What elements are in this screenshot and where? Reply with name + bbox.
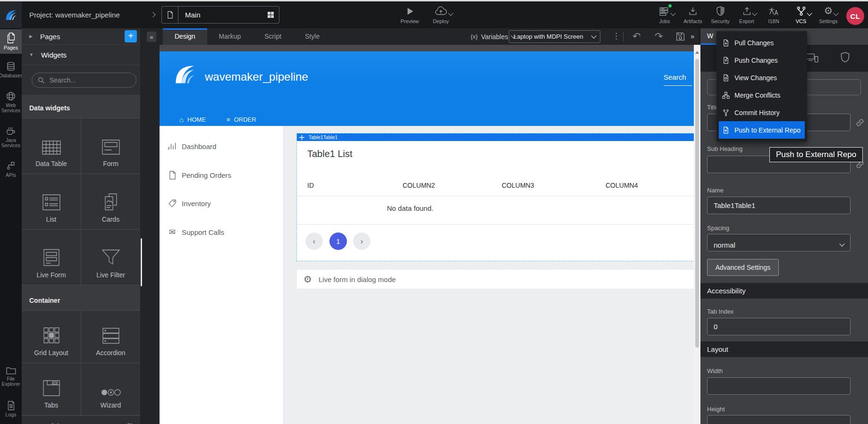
deploy-button[interactable]: Deploy xyxy=(427,6,455,27)
pages-section-header[interactable]: ▶ Pages + xyxy=(22,28,140,45)
widget-tile-form[interactable]: Form xyxy=(81,118,140,174)
wavemaker-logo[interactable] xyxy=(0,1,22,28)
widget-tile-live-form[interactable]: Live Form xyxy=(22,230,81,285)
rail-item-pages[interactable]: Pages xyxy=(0,29,22,54)
accessibility-section-header[interactable]: Accessibility xyxy=(700,283,868,299)
menu-item-push-changes[interactable]: Push Changes xyxy=(716,51,807,69)
menu-item-pull-changes[interactable]: Pull Changes xyxy=(716,34,807,51)
widget-tile-accordion[interactable]: Accordion xyxy=(81,311,140,363)
rail-item-apis[interactable]: APIs xyxy=(0,157,22,182)
tab-design[interactable]: Design xyxy=(163,28,207,45)
widget-tile-tabs[interactable]: Tabs xyxy=(22,363,81,415)
jobs-chevron-icon xyxy=(670,10,675,16)
column-header-id[interactable]: ID xyxy=(307,182,314,189)
add-page-button[interactable]: + xyxy=(125,30,137,42)
shield-outline-icon[interactable] xyxy=(840,52,850,63)
more-options-button[interactable]: ⋮ xyxy=(612,31,620,42)
widget-tile-cards[interactable]: Cards xyxy=(81,174,140,229)
scrollbar-up-arrow[interactable] xyxy=(695,51,699,54)
expand-panel-button[interactable]: » xyxy=(691,31,694,42)
selected-table-widget[interactable]: Table1Table1 Table1 List ID COLUMN2 COLU… xyxy=(297,133,694,261)
widget-tile-grid-layout[interactable]: Grid Layout xyxy=(22,311,81,363)
top-bar: Project: wavemaker_pipeline Main Preview… xyxy=(0,1,868,28)
tab-script[interactable]: Script xyxy=(253,28,293,45)
rail-item-file-explorer[interactable]: File Explorer xyxy=(0,361,22,391)
canvas-scrollbar[interactable] xyxy=(694,45,700,424)
spacing-select[interactable]: normal xyxy=(707,234,851,251)
settings-button[interactable]: ⚙ Settings xyxy=(815,6,842,27)
collapse-panel-button[interactable]: « xyxy=(147,32,156,42)
rail-item-logs[interactable]: Logs xyxy=(0,395,22,423)
column-header-column4[interactable]: COLUMN4 xyxy=(606,182,638,189)
scrollbar-thumb[interactable] xyxy=(695,59,699,348)
app-search-field[interactable]: Search xyxy=(664,73,692,86)
user-avatar[interactable]: CL xyxy=(846,7,864,25)
widget-tile-wizard[interactable]: Wizard xyxy=(81,363,140,415)
column-header-column3[interactable]: COLUMN3 xyxy=(502,182,534,189)
menu-item-pending-orders[interactable]: Pending Orders xyxy=(160,169,283,181)
pagination-page-1[interactable]: 1 xyxy=(329,233,347,250)
tab-markup[interactable]: Markup xyxy=(207,28,253,45)
redo-button[interactable]: ↷ xyxy=(655,31,663,42)
height-field-input[interactable] xyxy=(707,415,851,424)
jobs-button[interactable]: Jobs xyxy=(652,6,677,27)
pages-icon xyxy=(6,33,16,43)
table-title: Table1 List xyxy=(307,149,353,159)
devices-icon[interactable] xyxy=(806,53,818,63)
save-button[interactable] xyxy=(675,32,685,42)
menu-item-push-to-external-repo[interactable]: Push to External Repo xyxy=(719,121,805,139)
panel-scrollbar-thumb[interactable] xyxy=(141,238,142,286)
i18n-button[interactable]: I18N xyxy=(762,6,785,27)
widgets-section-header[interactable]: ▼ Widgets xyxy=(22,45,140,65)
menu-item-view-changes[interactable]: View Changes xyxy=(716,69,807,86)
rail-item-web-services[interactable]: Web Services xyxy=(0,87,22,118)
properties-tab[interactable]: W xyxy=(707,32,713,40)
device-selector[interactable]: Laptop with MDPI Screen xyxy=(509,30,600,43)
artifacts-button[interactable]: Artifacts xyxy=(680,6,706,27)
nav-item-order[interactable]: ≡ ORDER xyxy=(227,116,256,123)
tab-index-field-input[interactable] xyxy=(707,318,851,335)
menu-item-commit-history[interactable]: Commit History xyxy=(716,104,807,121)
layout-section-header[interactable]: Layout xyxy=(700,341,868,357)
widget-tile-list[interactable]: List xyxy=(22,174,81,229)
live-form-dialog-widget[interactable]: ⚙ Live form in dialog mode xyxy=(297,270,694,289)
nav-item-home[interactable]: ⌂ HOME xyxy=(179,116,206,124)
prefabs-section-header[interactable]: ▶ Prefabs xyxy=(22,416,140,424)
undo-button[interactable]: ↶ xyxy=(632,31,641,42)
export-button[interactable]: Export xyxy=(735,6,758,27)
api-nodes-icon xyxy=(6,161,16,171)
widget-tile-data-table[interactable]: Data Table xyxy=(22,118,81,174)
advanced-settings-button[interactable]: Advanced Settings xyxy=(707,259,779,276)
refresh-icon[interactable] xyxy=(125,423,133,424)
column-header-column2[interactable]: COLUMN2 xyxy=(403,182,435,189)
rail-item-databases[interactable]: Databases xyxy=(0,57,22,83)
page-tab-main[interactable]: Main xyxy=(161,6,279,24)
pagination-prev-button[interactable]: ‹ xyxy=(305,233,323,250)
deploy-chevron-icon xyxy=(448,10,453,16)
move-icon[interactable] xyxy=(299,135,304,140)
app-header[interactable]: wavemaker_pipeline Search ⌂ HOME ≡ ORDER xyxy=(160,51,694,126)
project-name: Project: wavemaker_pipeline xyxy=(29,1,120,28)
pagination-next-button[interactable]: › xyxy=(353,233,371,250)
menu-item-merge-conflicts[interactable]: Merge Conflicts xyxy=(716,86,807,104)
width-field-input[interactable] xyxy=(707,377,851,395)
left-navigation-rail: Pages Databases Web Services Java Servic… xyxy=(0,28,22,424)
tab-style[interactable]: Style xyxy=(293,28,331,45)
security-button[interactable]: Security xyxy=(708,6,733,27)
bind-link-icon[interactable] xyxy=(856,118,864,127)
menu-item-support-calls[interactable]: ✉ Support Calls xyxy=(160,226,283,238)
name-field-input[interactable] xyxy=(707,197,851,214)
widget-selection-bar[interactable]: Table1Table1 xyxy=(297,133,694,141)
widget-search-input[interactable] xyxy=(49,76,126,84)
widget-tile-live-filter[interactable]: Live Filter xyxy=(81,230,140,285)
widget-search-box[interactable] xyxy=(32,73,136,88)
push-to-external-repo-tooltip: Push to External Repo xyxy=(769,147,863,162)
widget-library: Data widgets Data Table Form List Cards xyxy=(22,95,140,416)
menu-item-inventory[interactable]: Inventory xyxy=(160,197,283,209)
pages-widgets-panel: ▶ Pages + ▼ Widgets Data widgets Data Ta… xyxy=(22,28,140,424)
menu-item-dashboard[interactable]: Dashboard xyxy=(160,140,283,152)
rail-item-java-services[interactable]: Java Services xyxy=(0,122,22,153)
vcs-button[interactable]: VCS xyxy=(789,6,813,27)
preview-button[interactable]: Preview xyxy=(396,6,423,27)
pages-grid-icon[interactable] xyxy=(268,12,274,18)
